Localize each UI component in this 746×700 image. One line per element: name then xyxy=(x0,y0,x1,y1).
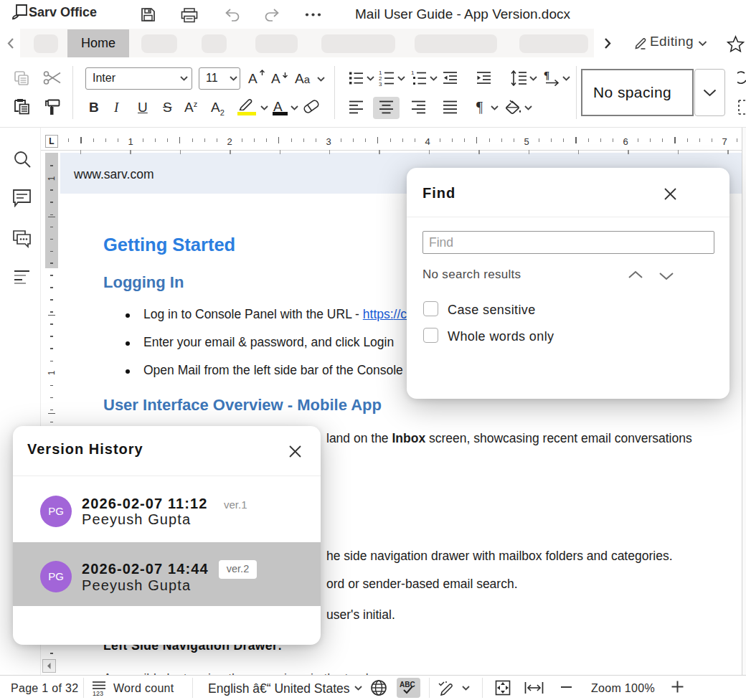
svg-text:123: 123 xyxy=(93,690,103,696)
svg-text:ABC: ABC xyxy=(400,681,415,689)
svg-text:1: 1 xyxy=(411,70,415,76)
svg-text:¶: ¶ xyxy=(544,70,549,81)
svg-text:3: 3 xyxy=(379,81,382,86)
